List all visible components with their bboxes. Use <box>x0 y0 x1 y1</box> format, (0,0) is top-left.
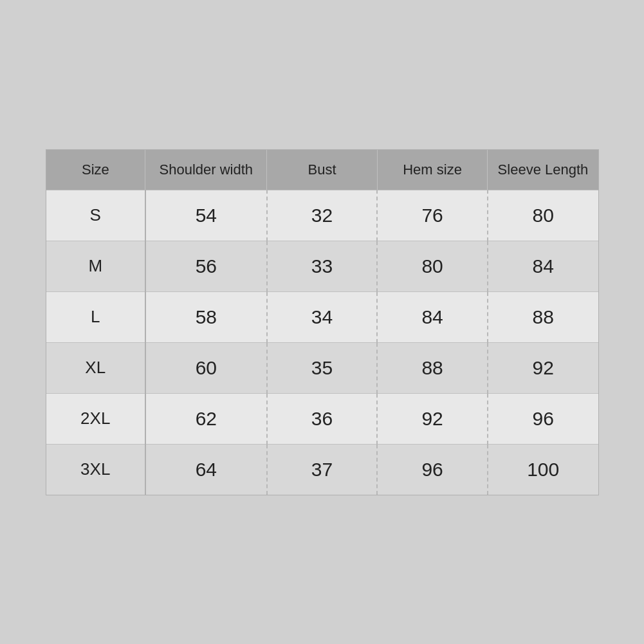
cell-shoulder: 56 <box>145 241 267 291</box>
cell-hem: 84 <box>377 291 488 342</box>
header-hem: Hem size <box>377 150 488 190</box>
cell-shoulder: 54 <box>145 190 267 241</box>
cell-size: L <box>46 291 145 342</box>
cell-sleeve: 92 <box>488 342 598 393</box>
cell-hem: 80 <box>377 241 488 291</box>
cell-size: M <box>46 241 145 291</box>
cell-shoulder: 58 <box>145 291 267 342</box>
cell-hem: 96 <box>377 444 488 495</box>
header-size: Size <box>46 150 145 190</box>
header-bust: Bust <box>267 150 378 190</box>
table-header-row: Size Shoulder width Bust Hem size Sleeve… <box>46 150 598 190</box>
cell-shoulder: 60 <box>145 342 267 393</box>
cell-bust: 37 <box>267 444 378 495</box>
header-shoulder: Shoulder width <box>145 150 267 190</box>
cell-bust: 33 <box>267 241 378 291</box>
size-chart-table: Size Shoulder width Bust Hem size Sleeve… <box>46 150 598 495</box>
cell-bust: 36 <box>267 393 378 444</box>
cell-bust: 35 <box>267 342 378 393</box>
table-row: XL60358892 <box>46 342 598 393</box>
cell-sleeve: 96 <box>488 393 598 444</box>
cell-size: S <box>46 190 145 241</box>
cell-sleeve: 100 <box>488 444 598 495</box>
cell-sleeve: 80 <box>488 190 598 241</box>
cell-size: 3XL <box>46 444 145 495</box>
table-row: M56338084 <box>46 241 598 291</box>
table-row: 2XL62369296 <box>46 393 598 444</box>
cell-shoulder: 64 <box>145 444 267 495</box>
cell-hem: 88 <box>377 342 488 393</box>
table-row: 3XL643796100 <box>46 444 598 495</box>
cell-bust: 34 <box>267 291 378 342</box>
cell-shoulder: 62 <box>145 393 267 444</box>
table-row: S54327680 <box>46 190 598 241</box>
size-chart-container: Size Shoulder width Bust Hem size Sleeve… <box>46 149 599 495</box>
cell-hem: 92 <box>377 393 488 444</box>
cell-size: XL <box>46 342 145 393</box>
cell-bust: 32 <box>267 190 378 241</box>
table-row: L58348488 <box>46 291 598 342</box>
cell-sleeve: 84 <box>488 241 598 291</box>
header-sleeve: Sleeve Length <box>488 150 598 190</box>
cell-sleeve: 88 <box>488 291 598 342</box>
cell-size: 2XL <box>46 393 145 444</box>
cell-hem: 76 <box>377 190 488 241</box>
